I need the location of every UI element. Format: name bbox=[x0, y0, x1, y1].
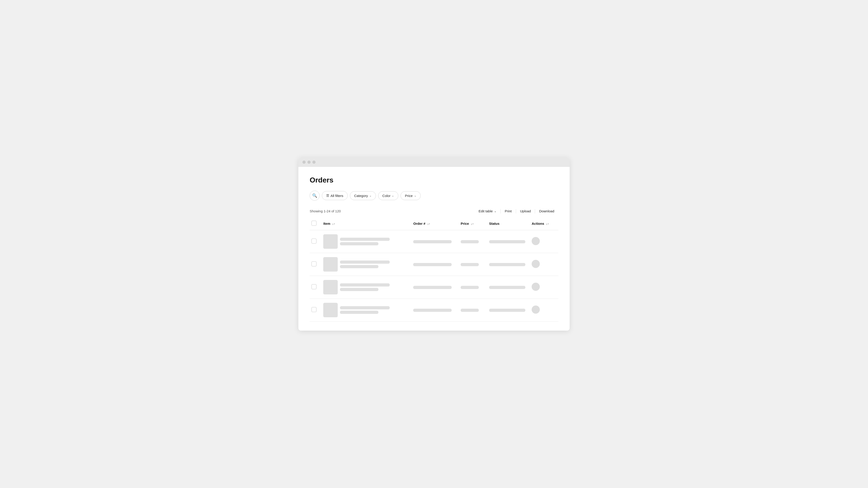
traffic-light-minimize[interactable] bbox=[307, 160, 311, 164]
table-header: Item ↓↑ Order # ↓↑ Price ↓↑ Status bbox=[310, 218, 558, 230]
chevron-down-icon: ⌄ bbox=[392, 194, 394, 197]
order-number-skeleton bbox=[413, 263, 452, 266]
row-price-cell bbox=[459, 230, 487, 253]
titlebar bbox=[298, 157, 569, 167]
item-thumbnail bbox=[323, 257, 338, 272]
row-actions-cell bbox=[530, 299, 558, 322]
row-order-cell bbox=[411, 253, 459, 276]
orders-table: Item ↓↑ Order # ↓↑ Price ↓↑ Status bbox=[310, 218, 558, 322]
row-order-cell bbox=[411, 276, 459, 299]
price-skeleton bbox=[461, 240, 479, 243]
item-thumbnail bbox=[323, 303, 338, 317]
row-order-cell bbox=[411, 230, 459, 253]
order-number-skeleton bbox=[413, 309, 452, 312]
select-all-checkbox[interactable] bbox=[311, 221, 316, 226]
all-filters-button[interactable]: ☰ All filters bbox=[322, 191, 348, 200]
color-filter-button[interactable]: Color ⌄ bbox=[378, 191, 399, 200]
col-header-item[interactable]: Item ↓↑ bbox=[321, 218, 411, 230]
row-actions-cell bbox=[530, 253, 558, 276]
price-skeleton bbox=[461, 309, 479, 312]
actions-skeleton bbox=[532, 237, 540, 245]
status-skeleton bbox=[489, 263, 525, 266]
row-status-cell bbox=[487, 230, 530, 253]
price-skeleton bbox=[461, 286, 479, 289]
row-actions-cell bbox=[530, 230, 558, 253]
download-button[interactable]: Download bbox=[535, 208, 558, 214]
main-content: Orders 🔍 ☰ All filters Category ⌄ Color … bbox=[298, 167, 569, 331]
item-detail-skeleton bbox=[340, 242, 378, 245]
row-item-cell bbox=[321, 253, 411, 276]
chevron-down-icon: ⌄ bbox=[494, 210, 496, 213]
chevron-down-icon: ⌄ bbox=[414, 194, 416, 197]
table-row bbox=[310, 299, 558, 322]
item-detail-skeleton bbox=[340, 265, 378, 268]
row-item-cell bbox=[321, 299, 411, 322]
sort-icon: ↓↑ bbox=[471, 222, 474, 225]
actions-skeleton bbox=[532, 306, 540, 314]
row-actions-cell bbox=[530, 276, 558, 299]
sort-icon: ↓↑ bbox=[332, 222, 335, 225]
actions-skeleton bbox=[532, 283, 540, 291]
category-filter-button[interactable]: Category ⌄ bbox=[350, 191, 376, 200]
row-checkbox[interactable] bbox=[311, 262, 316, 266]
filters-row: 🔍 ☰ All filters Category ⌄ Color ⌄ Price… bbox=[310, 191, 558, 201]
table-actions: Edit table ⌄ Print Upload Download bbox=[474, 208, 558, 214]
row-checkbox[interactable] bbox=[311, 307, 316, 312]
row-item-cell bbox=[321, 276, 411, 299]
col-header-order[interactable]: Order # ↓↑ bbox=[411, 218, 459, 230]
item-name-skeleton bbox=[340, 238, 390, 241]
row-checkbox-cell bbox=[310, 253, 321, 276]
item-thumbnail bbox=[323, 280, 338, 295]
row-checkbox-cell bbox=[310, 276, 321, 299]
traffic-light-close[interactable] bbox=[303, 160, 306, 164]
order-number-skeleton bbox=[413, 286, 452, 289]
app-window: Orders 🔍 ☰ All filters Category ⌄ Color … bbox=[298, 157, 569, 331]
col-header-actions[interactable]: Actions ↓↑ bbox=[530, 218, 558, 230]
table-header-row: Showing 1-24 of 120 Edit table ⌄ Print U… bbox=[310, 208, 558, 214]
row-price-cell bbox=[459, 299, 487, 322]
item-name-skeleton bbox=[340, 283, 390, 286]
row-price-cell bbox=[459, 253, 487, 276]
row-checkbox-cell bbox=[310, 299, 321, 322]
traffic-light-maximize[interactable] bbox=[312, 160, 315, 164]
actions-skeleton bbox=[532, 260, 540, 268]
sort-icon: ↓↑ bbox=[427, 222, 430, 225]
status-skeleton bbox=[489, 240, 525, 243]
item-detail-skeleton bbox=[340, 288, 378, 291]
edit-table-button[interactable]: Edit table ⌄ bbox=[474, 208, 500, 214]
item-detail-skeleton bbox=[340, 311, 378, 314]
table-row bbox=[310, 253, 558, 276]
row-checkbox[interactable] bbox=[311, 239, 316, 244]
sort-icon: ↓↑ bbox=[546, 222, 549, 225]
price-skeleton bbox=[461, 263, 479, 266]
print-button[interactable]: Print bbox=[501, 208, 516, 214]
col-header-checkbox bbox=[310, 218, 321, 230]
col-header-status: Status bbox=[487, 218, 530, 230]
search-icon: 🔍 bbox=[312, 193, 317, 198]
upload-button[interactable]: Upload bbox=[516, 208, 535, 214]
showing-text: Showing 1-24 of 120 bbox=[310, 209, 341, 213]
filter-icon: ☰ bbox=[326, 193, 329, 197]
status-skeleton bbox=[489, 286, 525, 289]
row-status-cell bbox=[487, 276, 530, 299]
item-name-skeleton bbox=[340, 306, 390, 309]
price-filter-button[interactable]: Price ⌄ bbox=[401, 191, 421, 200]
col-header-price[interactable]: Price ↓↑ bbox=[459, 218, 487, 230]
status-skeleton bbox=[489, 309, 525, 312]
item-thumbnail bbox=[323, 234, 338, 249]
order-number-skeleton bbox=[413, 240, 452, 243]
row-checkbox[interactable] bbox=[311, 284, 316, 289]
search-button[interactable]: 🔍 bbox=[310, 191, 320, 201]
row-price-cell bbox=[459, 276, 487, 299]
item-name-skeleton bbox=[340, 261, 390, 264]
chevron-down-icon: ⌄ bbox=[369, 194, 372, 197]
row-status-cell bbox=[487, 253, 530, 276]
row-item-cell bbox=[321, 230, 411, 253]
row-status-cell bbox=[487, 299, 530, 322]
page-title: Orders bbox=[310, 176, 558, 184]
row-order-cell bbox=[411, 299, 459, 322]
row-checkbox-cell bbox=[310, 230, 321, 253]
table-row bbox=[310, 276, 558, 299]
table-row bbox=[310, 230, 558, 253]
